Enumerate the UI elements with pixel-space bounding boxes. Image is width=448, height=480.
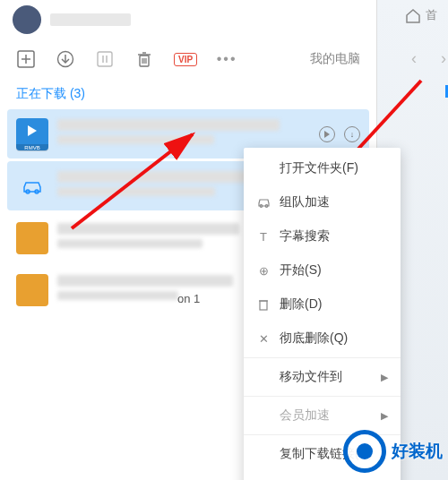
home-icon[interactable]: 首 — [404, 7, 437, 29]
ctx-vip-speed[interactable]: 会员加速▶ — [244, 399, 401, 433]
home-label: 首 — [426, 8, 437, 21]
ctx-delete[interactable]: 删除(D) — [244, 287, 401, 321]
filename-blur — [57, 171, 271, 183]
filetype-car-icon — [16, 170, 48, 202]
ctx-move-to[interactable]: 移动文件到▶ — [244, 360, 401, 394]
avatar[interactable] — [13, 5, 41, 34]
fileinfo-blur — [57, 135, 214, 144]
watermark-lens-icon — [343, 430, 386, 473]
fileinfo-blur — [57, 239, 202, 248]
car-icon — [256, 198, 271, 208]
svg-rect-19 — [260, 301, 267, 310]
separator — [244, 396, 401, 397]
nav-back-icon[interactable]: ‹ — [411, 49, 417, 68]
filetype-label: RMVB — [16, 144, 48, 151]
play-action-icon[interactable] — [319, 126, 335, 142]
filename-blur — [57, 275, 233, 287]
section-label: 正在下载 — [16, 86, 66, 100]
add-button[interactable] — [16, 49, 36, 69]
pause-all-button[interactable] — [95, 49, 115, 69]
filename-blur — [57, 119, 280, 131]
filetype-rmvb-icon: RMVB — [16, 118, 48, 150]
svg-marker-14 — [324, 131, 330, 138]
close-icon: ✕ — [256, 332, 271, 346]
filetype-icon — [16, 222, 48, 254]
more-button[interactable]: ••• — [217, 49, 237, 69]
filetype-icon — [16, 274, 48, 306]
item-suffix: on 1 — [177, 292, 200, 305]
separator — [244, 357, 401, 358]
ctx-label: 彻底删除(Q) — [280, 330, 348, 347]
fileinfo-blur — [57, 187, 215, 196]
download-action-icon[interactable]: ↓ — [344, 126, 360, 142]
ctx-open-folder[interactable]: 打开文件夹(F) — [244, 151, 401, 185]
subtitle-icon: T — [256, 230, 271, 244]
watermark: 好装机 — [343, 430, 443, 473]
header-bar — [0, 0, 376, 39]
toolbar: VIP ••• 我的电脑 — [0, 39, 376, 79]
download-all-button[interactable] — [56, 49, 75, 69]
ctx-label: 移动文件到 — [280, 369, 342, 385]
start-icon: ⊕ — [256, 264, 271, 278]
ctx-label: 字幕搜索 — [280, 228, 330, 244]
fileinfo-blur — [57, 291, 178, 300]
ctx-team-speed[interactable]: 组队加速 — [244, 185, 401, 219]
trash-icon — [256, 298, 271, 311]
filename-blur — [57, 223, 239, 235]
ctx-label: 开始(S) — [280, 262, 322, 279]
chevron-right-icon: ▶ — [381, 372, 388, 383]
ctx-delete-full[interactable]: ✕彻底删除(Q) — [244, 321, 401, 356]
username-blur — [50, 13, 131, 26]
ctx-start[interactable]: ⊕开始(S) — [244, 253, 401, 287]
chevron-right-icon: ▶ — [381, 410, 388, 422]
watermark-text: 好装机 — [392, 440, 443, 463]
ctx-label: 会员加速 — [280, 407, 330, 424]
vip-badge[interactable]: VIP — [174, 53, 197, 66]
ctx-label: 删除(D) — [280, 296, 322, 313]
nav-forward-icon[interactable]: › — [441, 49, 446, 68]
device-selector[interactable]: 我的电脑 — [310, 51, 360, 67]
ctx-subtitle-search[interactable]: T字幕搜索 — [244, 219, 401, 253]
delete-button[interactable] — [134, 49, 154, 69]
svg-rect-5 — [98, 52, 112, 66]
ctx-label: 打开文件夹(F) — [280, 160, 358, 176]
ctx-label: 组队加速 — [280, 194, 330, 210]
section-count: (3) — [70, 86, 85, 100]
section-downloading: 正在下载 (3) — [0, 79, 376, 109]
